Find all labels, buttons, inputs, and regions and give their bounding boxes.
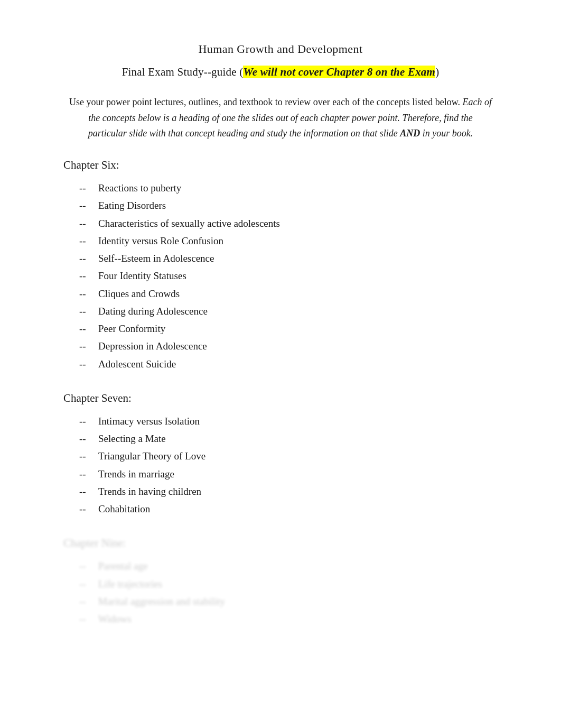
list-item: Trends in having children [79,483,498,500]
chapter-heading-1: Chapter Seven: [63,392,498,405]
chapter-list-0: Reactions to pubertyEating DisordersChar… [63,179,498,373]
subtitle-line: Final Exam Study--guide (We will not cov… [63,66,498,79]
list-item: Dating during Adolescence [79,302,498,320]
list-item: Widows [79,610,498,628]
intro-paragraph: Use your power point lectures, outlines,… [63,95,498,142]
list-item: Depression in Adolescence [79,337,498,355]
chapter-heading-2: Chapter Nine: [63,537,498,550]
list-item: Intimacy versus Isolation [79,412,498,430]
chapter-list-1: Intimacy versus IsolationSelecting a Mat… [63,412,498,518]
page-title: Human Growth and Development [63,42,498,56]
list-item: Cohabitation [79,500,498,518]
intro-part1: Use your power point lectures, outlines,… [69,97,460,107]
chapters-container: Chapter Six:Reactions to pubertyEating D… [63,159,498,628]
chapter-heading-0: Chapter Six: [63,159,498,172]
chapter-2: Chapter Nine:Parental ageLife trajectori… [63,537,498,628]
list-item: Peer Conformity [79,320,498,337]
list-item: Self--Esteem in Adolescence [79,250,498,267]
intro-bold: AND [400,128,420,139]
list-item: Life trajectories [79,575,498,593]
subtitle-highlight: We will not cover Chapter 8 on the Exam [243,66,435,78]
list-item: Triangular Theory of Love [79,447,498,465]
list-item: Adolescent Suicide [79,355,498,373]
list-item: Parental age [79,557,498,575]
list-item: Cliques and Crowds [79,285,498,302]
intro-part3: in your book. [423,128,473,139]
list-item: Selecting a Mate [79,430,498,447]
chapter-0: Chapter Six:Reactions to pubertyEating D… [63,159,498,373]
list-item: Trends in marriage [79,465,498,483]
subtitle-plain: Final Exam Study--guide ( [122,66,244,78]
list-item: Reactions to puberty [79,179,498,197]
list-item: Identity versus Role Confusion [79,232,498,250]
list-item: Four Identity Statuses [79,267,498,284]
list-item: Marital aggression and stability [79,593,498,610]
list-item: Characteristics of sexually active adole… [79,215,498,232]
subtitle-end: ) [435,66,439,78]
list-item: Eating Disorders [79,197,498,214]
chapter-1: Chapter Seven:Intimacy versus IsolationS… [63,392,498,518]
chapter-list-2: Parental ageLife trajectoriesMarital agg… [63,557,498,628]
